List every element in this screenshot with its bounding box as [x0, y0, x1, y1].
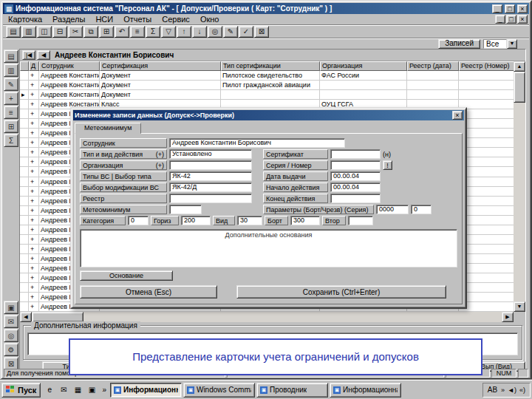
language-indicator[interactable]: АВ — [488, 386, 497, 394]
employee-field[interactable]: Андреев Константин Борисович — [169, 138, 345, 148]
end-date-field[interactable] — [330, 194, 381, 203]
settings-icon[interactable]: ⚙ — [4, 343, 18, 356]
horizontal-field[interactable]: 200 — [181, 216, 211, 225]
table-row[interactable]: +Андреев Константин БорисДокументПилотск… — [20, 71, 514, 81]
grid-icon[interactable]: ⊞ — [4, 120, 18, 133]
column-header[interactable]: Д — [29, 61, 39, 71]
save-button[interactable]: Сохранить (Ctrl+Enter) — [236, 285, 446, 299]
maximize-button[interactable]: □ — [505, 4, 515, 13]
scroll-down-icon[interactable]: ▼ — [514, 301, 525, 312]
start-button[interactable]: Пуск — [1, 383, 41, 398]
series-lookup-button[interactable]: ! — [383, 160, 392, 170]
visibility-field[interactable]: 30 — [237, 216, 262, 225]
menu-item-card[interactable]: Карточка — [3, 14, 47, 24]
mdi-restore-button[interactable]: □ — [506, 15, 516, 24]
copy-icon[interactable]: ⧉ — [83, 26, 98, 38]
horizontal-scroll-thumb[interactable] — [32, 312, 83, 322]
additional-grounds-field[interactable]: Дополнительные основания — [80, 229, 457, 267]
column-header[interactable]: Тип сертификации — [221, 61, 320, 71]
volume-icon[interactable]: ◄) — [508, 386, 516, 394]
cut-icon[interactable]: ✂ — [68, 26, 83, 38]
issue-date-field[interactable]: 00.00.04 — [330, 171, 381, 181]
mail-icon[interactable]: ✉ — [4, 315, 18, 328]
parameters-field-2[interactable]: 0 — [411, 205, 432, 214]
certificate-field[interactable] — [330, 149, 381, 159]
departments-icon[interactable]: ▥ — [4, 64, 18, 77]
close-button[interactable]: × — [517, 4, 528, 13]
registry-field[interactable] — [169, 194, 252, 203]
first-record-button[interactable]: |◀ — [22, 50, 35, 60]
outlook-icon[interactable]: ✉ — [57, 383, 70, 397]
sum-icon[interactable]: Σ — [146, 26, 160, 38]
print-icon[interactable]: ⊟ — [52, 26, 67, 38]
menu-item-window[interactable]: Окно — [195, 14, 225, 24]
organization-field[interactable] — [169, 160, 252, 170]
parameters-field-1[interactable]: 0000 — [376, 205, 409, 214]
ie-icon[interactable]: e — [43, 383, 56, 397]
sort-asc-icon[interactable]: ↑ — [177, 26, 191, 38]
scroll-up-icon[interactable]: ▲ — [514, 61, 525, 72]
scroll-right-icon[interactable]: ▶ — [502, 312, 514, 322]
taskbar-window-button[interactable]: ▣Windows Commander — [183, 383, 255, 398]
search-icon[interactable]: ◎ — [208, 26, 222, 38]
table-row[interactable]: ▸+Андреев Константин БорисДокумент — [20, 90, 514, 100]
taskbar-window-button[interactable]: ▣Информационная си... — [110, 383, 182, 398]
taskbar-window-button[interactable]: ▣Информационная... — [330, 383, 401, 398]
start-date-field[interactable]: 00.00.04 — [330, 183, 381, 192]
taskbar-window-button[interactable]: ▣Проводник — [256, 383, 328, 398]
cancel-button[interactable]: Отмена (Esc) — [80, 285, 217, 299]
edit-icon[interactable]: ✎ — [4, 78, 18, 91]
column-header[interactable] — [20, 61, 29, 71]
dialog-close-icon[interactable]: × — [452, 111, 463, 120]
cards-icon[interactable]: ▤ — [4, 50, 18, 63]
records-button[interactable]: Записей — [438, 39, 480, 49]
mdi-close-button[interactable]: × — [517, 15, 528, 24]
minimize-button[interactable]: _ — [492, 4, 502, 13]
vertical-scroll-thumb[interactable] — [514, 72, 525, 103]
sum-icon[interactable]: Σ — [4, 134, 18, 147]
undo-icon[interactable]: ↶ — [115, 26, 129, 38]
edit-icon[interactable]: ✎ — [223, 26, 238, 38]
add-icon[interactable]: + — [4, 92, 18, 105]
menu-item-reports[interactable]: Отчеты — [118, 14, 157, 24]
menu-item-service[interactable]: Сервис — [157, 14, 195, 24]
list-view-icon[interactable]: ≡ — [130, 26, 145, 38]
table-row[interactable]: +Андреев Константин БорисДокументПилот г… — [20, 81, 514, 90]
aircraft-type-field[interactable]: ЯК-42 — [169, 171, 252, 181]
meteominimum-field[interactable] — [169, 205, 202, 214]
network-icon[interactable]: «) — [519, 386, 525, 394]
new-record-icon[interactable]: ▤ — [6, 26, 21, 38]
desktop-icon[interactable]: ▦ — [71, 383, 84, 397]
menu-item-nsi[interactable]: НСИ — [90, 14, 118, 24]
report-icon[interactable]: ▣ — [4, 301, 18, 314]
exit-icon[interactable]: ⊠ — [254, 26, 269, 38]
save-icon[interactable]: ◫ — [37, 26, 52, 38]
secondary-field[interactable] — [348, 216, 373, 225]
tab-meteominimum[interactable]: Метеоминимум — [75, 123, 141, 134]
column-header[interactable]: Сертификация — [100, 61, 221, 71]
horizontal-scrollbar[interactable]: ◀ ▶ — [20, 312, 514, 322]
sort-desc-icon[interactable]: ↓ — [192, 26, 207, 38]
mdi-minimize-button[interactable]: _ — [495, 15, 505, 24]
vertical-scrollbar[interactable]: ▲ ▼ — [514, 61, 525, 312]
quick-launch-chevron-icon[interactable]: » — [100, 386, 108, 394]
column-header[interactable]: Реестр (Номер) — [459, 61, 515, 71]
records-filter-combo[interactable]: Все ▼ — [483, 39, 517, 49]
action-type-field[interactable]: Установлено — [169, 149, 252, 159]
category-field[interactable]: 0 — [128, 216, 149, 225]
chevron-down-icon[interactable]: ▼ — [507, 39, 517, 49]
column-header[interactable]: Сотрудник — [39, 61, 100, 71]
vertical-scroll-track[interactable] — [514, 103, 525, 301]
basis-button[interactable]: Основание — [80, 270, 173, 281]
filter-icon[interactable]: ▽ — [161, 26, 176, 38]
series-number-field[interactable] — [330, 160, 381, 170]
prev-record-button[interactable]: ◀ — [37, 50, 50, 60]
horizontal-scroll-track[interactable] — [83, 312, 502, 322]
channels-icon[interactable]: ▣ — [85, 383, 98, 397]
tray-chevron-icon[interactable]: » — [501, 386, 505, 394]
menu-item-sections[interactable]: Разделы — [47, 14, 90, 24]
list-icon[interactable]: ≡ — [4, 106, 18, 119]
board-field[interactable]: 300 — [290, 216, 320, 225]
open-card-icon[interactable]: ▥ — [21, 26, 36, 38]
search-icon[interactable]: ◎ — [4, 329, 18, 342]
